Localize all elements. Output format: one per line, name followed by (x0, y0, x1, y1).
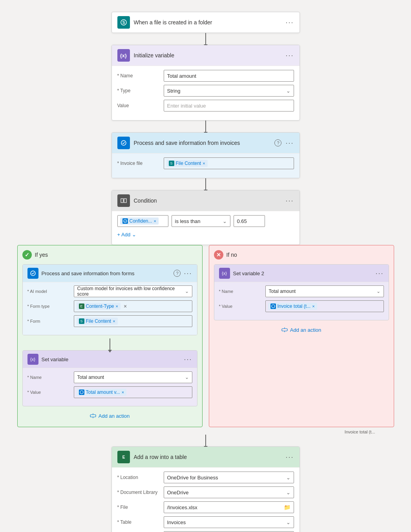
setvariable2-tag-icon (270, 303, 276, 309)
step4-menu[interactable]: ··· (285, 197, 294, 204)
forms-formtype-row: * Form type E Content-Type × × (27, 300, 192, 312)
step4-body: Confiden... × is less than ⌄ 0.65 + Add … (112, 211, 300, 245)
arrow2 (205, 121, 206, 132)
branch-yes-label: ✓ If yes (22, 250, 197, 260)
step4-condition-tag: Confiden... × (120, 218, 159, 225)
step2-menu[interactable]: ··· (285, 52, 294, 59)
step3-invoice-label: * Invoice file (117, 161, 161, 166)
step3-title: Process and save information from invoic… (134, 140, 271, 146)
step3-menu[interactable]: ··· (285, 139, 294, 146)
step2-value-row: Value Enter initial value (117, 100, 294, 112)
step2-name-label: * Name (117, 73, 161, 79)
arrow-yes (110, 338, 110, 350)
arrow1 (205, 33, 206, 45)
step1-title: When a file is created in a folder (134, 19, 282, 26)
step5-menu[interactable]: ··· (285, 453, 294, 461)
step2-type-input[interactable]: String ⌄ (164, 85, 294, 97)
step2-name-row: * Name Total amount (117, 70, 294, 82)
branch-yes-variable-card: {x} Set variable ··· * Name Total amount… (22, 350, 197, 406)
step5-location-label: * Location (117, 475, 161, 480)
step4-tag-icon (122, 218, 128, 224)
step4-value-input[interactable]: 0.65 (234, 215, 265, 227)
tooltip-area: Invoice total (t... (17, 429, 394, 435)
setvariable2-name-input[interactable]: Total amount ⌄ (265, 285, 384, 297)
step5-location-input[interactable]: OneDrive for Business ⌄ (164, 472, 294, 483)
branch-yes-variable-header: {x} Set variable ··· (23, 351, 197, 368)
forms-tag-icon: S (79, 318, 84, 324)
step5-location-row: * Location OneDrive for Business ⌄ (117, 472, 294, 483)
step3-tag-icon: S (169, 161, 174, 166)
formtype-tag-icon: E (79, 303, 84, 309)
svg-point-8 (80, 391, 83, 394)
setvariable2-value-input[interactable]: Invoice total (t... × (265, 300, 384, 312)
formprocessing-icon (117, 137, 130, 149)
branch-yes-forms-card: Process and save information from forms … (22, 264, 197, 335)
setvariable-value-label: * Value (27, 390, 71, 395)
forms-form-input[interactable]: S File Content × (74, 315, 192, 327)
variable-icon: {x} (117, 49, 130, 62)
forms-tag-close[interactable]: × (113, 319, 115, 324)
step4-operator-select[interactable]: is less than ⌄ (172, 215, 230, 227)
branch-yes-add-action[interactable]: Add an action (22, 410, 197, 422)
step1-card: S When a file is created in a folder ··· (111, 12, 300, 33)
step3-card: Process and save information from invoic… (111, 132, 300, 178)
branch-no-add-action[interactable]: Add an action (214, 324, 389, 336)
svg-rect-9 (90, 415, 96, 417)
forms-ai-label: * AI model (27, 289, 71, 294)
set-variable2-title: Set variable 2 (233, 271, 373, 276)
setvariable2-value-label: * Value (219, 304, 262, 309)
setvariable2-name-row: * Name Total amount ⌄ (219, 285, 384, 297)
step2-type-row: * Type String ⌄ (117, 85, 294, 97)
step1-menu[interactable]: ··· (285, 19, 294, 26)
step3-tag-close[interactable]: × (203, 161, 205, 166)
step5-doclib-input[interactable]: OneDrive ⌄ (164, 486, 294, 498)
setvariable2-value-tag: Invoice total (t... × (268, 303, 317, 310)
svg-rect-4 (124, 199, 126, 203)
setvariable-value-input[interactable]: Total amount v... × (74, 386, 192, 398)
forms-ai-arrow: ⌄ (185, 289, 189, 294)
setvariable-value-row: * Value Total amount v... × (27, 386, 192, 398)
step4-condition-tag-input[interactable]: Confiden... × (117, 215, 168, 227)
setvariable-tag-icon (79, 389, 84, 395)
step5-doclib-arrow: ⌄ (286, 490, 290, 495)
arrow3 (205, 178, 206, 190)
set-variable-title: Set variable (42, 356, 181, 362)
step4-card: Condition ··· Confiden... × is less than… (111, 190, 300, 245)
set-variable2-icon: {x} (219, 268, 230, 279)
step2-title: Initialize variable (134, 52, 282, 59)
step3-header: Process and save information from invoic… (112, 133, 300, 153)
step2-value-input[interactable]: Enter initial value (164, 100, 294, 112)
forms-form-row: * Form S File Content × (27, 315, 192, 327)
step4-tag-close[interactable]: × (154, 219, 156, 223)
forms-menu[interactable]: ··· (184, 270, 192, 277)
set-variable-menu[interactable]: ··· (184, 356, 192, 363)
condition-icon (117, 194, 130, 207)
setvariable2-name-arrow: ⌄ (376, 289, 380, 294)
svg-point-6 (124, 219, 127, 223)
setvariable-name-input[interactable]: Total amount ⌄ (74, 371, 192, 383)
forms-formtype-input[interactable]: E Content-Type × × (74, 300, 192, 312)
set-variable2-icon-label: {x} (222, 271, 227, 276)
forms-formtype-tag: E Content-Type × (77, 303, 121, 310)
step4-add-btn[interactable]: + Add ⌄ (117, 230, 137, 239)
svg-text:S: S (122, 20, 125, 25)
step3-invoice-input[interactable]: S File Content × (164, 157, 294, 169)
step5-table-row: * Table Invoices ⌄ (117, 516, 294, 528)
formtype-tag-close[interactable]: × (116, 304, 118, 309)
step5-table-input[interactable]: Invoices ⌄ (164, 516, 294, 528)
branch-yes-panel: ✓ If yes Process and save information fr… (17, 245, 203, 427)
setvariable2-tag-close[interactable]: × (312, 304, 314, 309)
setvariable-tag-close[interactable]: × (122, 390, 124, 395)
tooltip-label: Invoice total (t... (345, 430, 378, 434)
forms-ai-input[interactable]: Custom model for invoices with low confi… (74, 285, 192, 297)
forms-help[interactable]: ? (174, 270, 181, 277)
step3-help[interactable]: ? (274, 139, 281, 146)
set-variable2-menu[interactable]: ··· (375, 270, 384, 277)
step5-file-row: * File /Invoices.xlsx 📁 (117, 501, 294, 513)
formtype-clear[interactable]: × (124, 303, 127, 309)
forms-ai-row: * AI model Custom model for invoices wit… (27, 285, 192, 297)
svg-rect-13 (282, 329, 287, 331)
step5-file-input[interactable]: /Invoices.xlsx 📁 (164, 501, 294, 513)
step2-name-input[interactable]: Total amount (164, 70, 294, 82)
branch-yes-forms-title: Process and save information from forms (42, 271, 171, 276)
